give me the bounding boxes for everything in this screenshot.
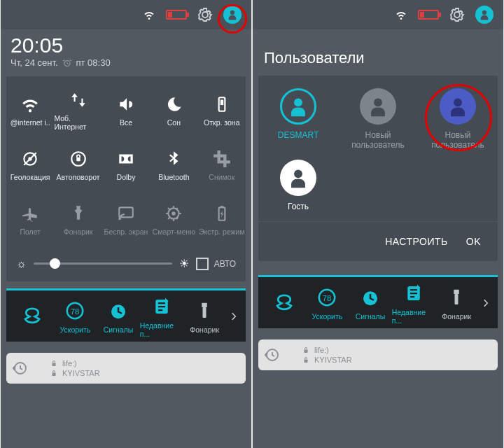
quick-settings-panel: @internet i..Моб. ИнтернетВсеСонОткр. зо… xyxy=(6,76,246,281)
qs-tile-bluetooth[interactable]: Bluetooth xyxy=(150,138,197,192)
qs-label: Беспр. экран xyxy=(104,227,148,236)
avatar xyxy=(360,88,396,125)
qs-tile-updown[interactable]: Моб. Интернет xyxy=(54,83,102,138)
launcher-strip: УскоритьСигналыНедавние п...Фонарик xyxy=(6,288,246,342)
qs-label: Фонарик xyxy=(64,227,93,236)
lock-icon xyxy=(302,356,310,364)
launcher-alarmclock[interactable]: Сигналы xyxy=(97,299,140,334)
avatar xyxy=(280,160,316,196)
user-switch-button[interactable] xyxy=(475,6,493,24)
brightness-slider[interactable] xyxy=(34,262,172,265)
launcher-slogo[interactable] xyxy=(10,304,54,328)
brightness-auto[interactable]: АВТО xyxy=(196,258,236,270)
qs-tile-smart[interactable]: Смарт-меню xyxy=(150,192,197,247)
alarm-icon xyxy=(62,58,72,68)
torch-icon xyxy=(69,204,88,223)
brightness-row: ☼ ☀ АВТО xyxy=(6,247,246,277)
rotatelock-icon xyxy=(69,149,88,169)
volume-icon xyxy=(116,94,136,114)
user-name: DESMART xyxy=(278,130,318,140)
avatar xyxy=(440,88,476,125)
chevron-right-icon[interactable] xyxy=(478,298,493,308)
qs-label: @internet i.. xyxy=(10,118,50,127)
gear-icon[interactable] xyxy=(197,6,214,23)
battsave-icon xyxy=(212,204,232,223)
qs-tile-volume[interactable]: Все xyxy=(102,83,150,138)
user-новый-пользователь[interactable]: Новыйпользователь xyxy=(418,88,498,150)
qs-label: Экстр. режим xyxy=(199,227,245,236)
qs-tile-dolby[interactable]: Dolby xyxy=(102,138,150,192)
qs-tile-wifi[interactable]: @internet i.. xyxy=(6,83,54,138)
user-новый-пользователь[interactable]: Новыйпользователь xyxy=(338,88,418,150)
qs-label: Смарт-меню xyxy=(153,227,195,236)
sun-dim-icon: ☼ xyxy=(16,258,27,270)
dolby-icon xyxy=(116,149,136,169)
qs-tile-cast[interactable]: Беспр. экран xyxy=(102,192,150,247)
slogo-icon xyxy=(272,291,296,315)
smart-icon xyxy=(164,204,183,223)
torch2-icon xyxy=(444,286,468,309)
avatar xyxy=(280,88,316,125)
launcher-note[interactable]: Недавние п... xyxy=(140,295,183,338)
status-bar xyxy=(253,0,503,29)
wifi-icon xyxy=(142,9,156,20)
wifi-icon xyxy=(394,9,408,20)
qs-tile-rotatelock[interactable]: Автоповорот xyxy=(54,138,102,192)
note-icon xyxy=(150,295,174,318)
page-title: Пользователи xyxy=(253,29,503,76)
qs-tile-crop[interactable]: Снимок xyxy=(198,138,246,192)
launcher-torch2[interactable]: Фонарик xyxy=(435,286,478,321)
status-bar xyxy=(1,0,251,29)
hotspot-icon xyxy=(212,94,232,114)
crop-icon xyxy=(212,149,232,169)
qs-label: Сон xyxy=(167,118,181,127)
qs-tile-battsave[interactable]: Экстр. режим xyxy=(198,192,246,247)
qs-label: Dolby xyxy=(117,173,136,181)
lock-icon xyxy=(302,346,310,354)
qs-tile-hotspot[interactable]: Откр. зона xyxy=(198,83,246,138)
qs-label: Полет xyxy=(20,227,41,236)
note-icon xyxy=(402,281,426,305)
ok-button[interactable]: OK xyxy=(466,236,481,247)
clock-row: 20:05 Чт, 24 сент. пт 08:30 xyxy=(1,29,251,76)
wifi-icon xyxy=(20,94,40,114)
sun-bright-icon: ☀ xyxy=(179,257,189,270)
gear-icon[interactable] xyxy=(449,6,465,23)
user-name: Новыйпользователь xyxy=(431,130,484,150)
history-icon xyxy=(264,346,281,363)
user-desmart[interactable]: DESMART xyxy=(258,88,338,150)
slogo-icon xyxy=(20,304,44,328)
launcher-speed[interactable]: Ускорить xyxy=(306,286,349,321)
settings-button[interactable]: НАСТРОИТЬ xyxy=(385,236,448,247)
user-switch-button[interactable] xyxy=(223,6,241,24)
launcher-slogo[interactable] xyxy=(262,291,306,315)
lock-icon xyxy=(50,359,58,368)
qs-label: Откр. зона xyxy=(204,118,239,127)
user-name: Новыйпользователь xyxy=(351,130,405,150)
user-name: Гость xyxy=(288,202,309,211)
launcher-note[interactable]: Недавние п... xyxy=(392,281,435,325)
qs-tile-torch[interactable]: Фонарик xyxy=(54,192,102,247)
sim-cards: life:) KYIVSTAR xyxy=(258,340,498,370)
launcher-torch2[interactable]: Фонарик xyxy=(183,299,226,334)
alarmclock-icon xyxy=(106,299,130,323)
user-гость[interactable]: Гость xyxy=(258,160,338,211)
qs-label: Bluetooth xyxy=(158,173,189,181)
battery-icon xyxy=(166,10,187,20)
qs-tile-nolocation[interactable]: Геолокация xyxy=(6,138,54,192)
history-icon xyxy=(12,360,29,377)
launcher-speed[interactable]: Ускорить xyxy=(54,299,97,334)
speed-icon xyxy=(315,286,339,309)
qs-label: Автоповорот xyxy=(57,173,100,181)
plane-icon xyxy=(20,204,40,223)
launcher-strip: УскоритьСигналыНедавние п...Фонарик xyxy=(258,275,498,328)
qs-tile-moon[interactable]: Сон xyxy=(150,83,197,138)
alarmclock-icon xyxy=(358,286,382,309)
launcher-alarmclock[interactable]: Сигналы xyxy=(349,286,392,321)
chevron-right-icon[interactable] xyxy=(226,312,241,321)
battery-icon xyxy=(418,10,439,20)
clock-time: 20:05 xyxy=(10,34,241,57)
sim-cards: life:) KYIVSTAR xyxy=(6,353,246,384)
qs-label: Снимок xyxy=(209,173,234,181)
qs-tile-plane[interactable]: Полет xyxy=(6,192,54,247)
